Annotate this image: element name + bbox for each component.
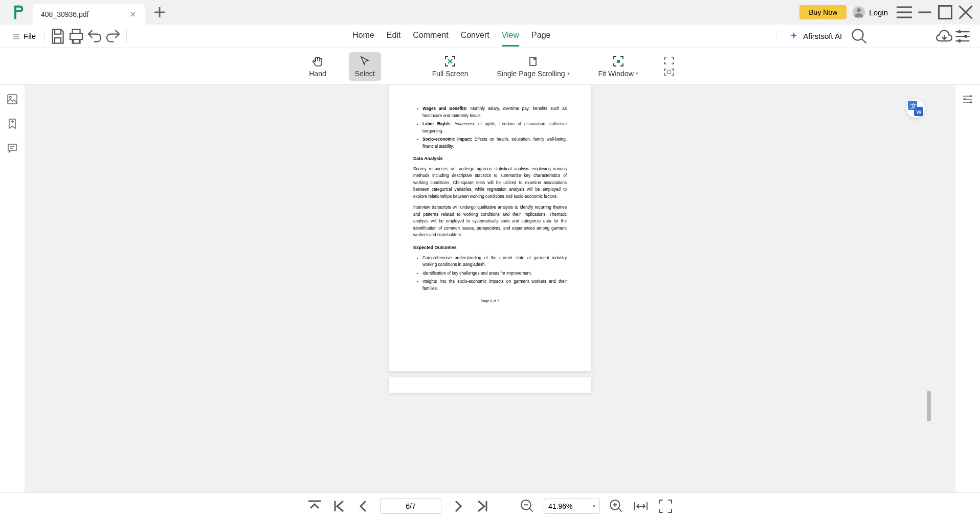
tab-convert[interactable]: Convert	[461, 26, 489, 47]
fullscreen-label: Full Screen	[432, 70, 469, 78]
comment-icon[interactable]	[6, 142, 18, 154]
file-menu[interactable]: File	[8, 32, 40, 40]
search-icon[interactable]	[850, 27, 868, 46]
svg-point-0	[857, 8, 861, 12]
fullscreen-tool[interactable]: Full Screen	[426, 52, 475, 81]
chevron-down-icon: ▾	[567, 71, 570, 76]
print-icon[interactable]	[67, 27, 85, 46]
cursor-icon	[359, 55, 371, 67]
sparkle-icon	[789, 31, 799, 41]
divider	[776, 30, 776, 42]
hand-label: Hand	[309, 70, 326, 78]
file-menu-label: File	[24, 32, 36, 40]
fit-width-icon[interactable]	[633, 498, 649, 514]
chevron-down-icon: ▾	[593, 503, 595, 509]
prev-page-icon[interactable]	[355, 498, 372, 514]
undo-icon[interactable]	[85, 27, 104, 46]
settings-icon[interactable]	[953, 27, 972, 46]
cloud-icon[interactable]	[935, 27, 953, 46]
zoom-out-icon[interactable]	[519, 498, 536, 514]
fit-page-icon[interactable]	[657, 498, 674, 514]
svg-rect-8	[8, 95, 17, 104]
last-page-icon[interactable]	[474, 498, 491, 514]
chevron-down-icon: ▾	[636, 71, 638, 76]
buy-now-button[interactable]: Buy Now	[799, 5, 847, 19]
ai-button[interactable]: Afirstsoft AI	[789, 31, 842, 41]
hand-tool[interactable]: Hand	[303, 52, 332, 81]
tab-title: 408_30936.pdf	[41, 10, 123, 18]
page-number-input[interactable]	[380, 499, 441, 514]
svg-point-3	[958, 30, 961, 33]
fullscreen-icon	[444, 55, 456, 67]
save-icon[interactable]	[49, 27, 67, 46]
menu-tabs: Home Edit Comment Convert View Page	[352, 26, 550, 47]
page-number-footer: Page 6 of 7	[413, 298, 567, 304]
expand-corner-icon[interactable]	[663, 56, 675, 65]
heading-expected-outcomes: Expected Outcomes	[413, 244, 567, 252]
view-mode-toggles	[661, 54, 677, 79]
svg-point-14	[970, 95, 972, 97]
single-page-icon	[527, 55, 539, 67]
vertical-scrollbar[interactable]	[926, 85, 931, 492]
tab-comment[interactable]: Comment	[413, 26, 448, 47]
tab-view[interactable]: View	[502, 26, 519, 47]
svg-rect-1	[939, 6, 952, 19]
thumbnails-icon[interactable]	[6, 93, 18, 105]
tab-home[interactable]: Home	[352, 26, 374, 47]
bookmark-icon[interactable]	[6, 118, 18, 130]
zoom-level-select[interactable]: 41.96% ▾	[544, 499, 600, 514]
redo-icon[interactable]	[104, 27, 122, 46]
zoom-value: 41.96%	[548, 502, 572, 510]
close-window-button[interactable]	[955, 2, 976, 22]
svg-point-4	[964, 35, 967, 38]
left-sidebar	[0, 85, 25, 492]
svg-point-16	[970, 101, 972, 103]
app-logo	[10, 4, 27, 20]
minimize-button[interactable]	[915, 2, 935, 22]
svg-point-9	[9, 96, 11, 98]
paragraph-1: Survey responses will undergo rigorous s…	[413, 166, 567, 200]
document-tab[interactable]: 408_30936.pdf	[33, 4, 145, 25]
ai-label: Afirstsoft AI	[803, 32, 842, 40]
svg-rect-7	[667, 71, 671, 74]
tab-close-icon[interactable]	[129, 10, 137, 18]
heading-data-analysis: Data Analysis	[413, 155, 567, 163]
fit-window-label: Fit Window ▾	[598, 70, 638, 78]
paragraph-2: Interview transcripts will undergo quali…	[413, 204, 567, 239]
title-bar: 408_30936.pdf Buy Now Login	[0, 0, 980, 25]
bullets-section-2: Comprehensive understanding of the curre…	[413, 255, 567, 292]
hand-icon	[311, 55, 324, 67]
pdf-next-page-preview	[389, 377, 591, 393]
login-button[interactable]: Login	[853, 6, 888, 18]
next-page-icon[interactable]	[450, 498, 466, 514]
hamburger-menu-icon[interactable]	[894, 2, 915, 22]
scrollbar-thumb[interactable]	[927, 391, 931, 421]
document-viewport[interactable]: Wages and Benefits: Monthly salary, over…	[25, 85, 955, 492]
single-page-tool[interactable]: Single Page Scrolling ▾	[491, 52, 575, 81]
new-tab-button[interactable]	[151, 4, 168, 20]
view-toolbar: Hand Select Full Screen Single Page Scro…	[0, 48, 980, 85]
scroll-top-icon[interactable]	[306, 498, 323, 514]
select-label: Select	[355, 70, 375, 78]
tab-edit[interactable]: Edit	[387, 26, 401, 47]
bottom-nav-bar: 41.96% ▾	[0, 492, 980, 519]
divider	[126, 30, 127, 42]
zoom-in-icon[interactable]	[608, 498, 625, 514]
login-label: Login	[869, 8, 888, 17]
single-page-label: Single Page Scrolling ▾	[497, 70, 569, 78]
panel-toggle-icon[interactable]	[962, 93, 974, 105]
divider	[44, 30, 44, 42]
expand-full-icon[interactable]	[663, 67, 675, 77]
svg-text:W: W	[917, 109, 922, 115]
bullets-section-1: Wages and Benefits: Monthly salary, over…	[413, 105, 567, 150]
select-tool[interactable]: Select	[349, 52, 381, 81]
first-page-icon[interactable]	[331, 498, 347, 514]
svg-point-15	[964, 98, 966, 100]
avatar-icon	[853, 6, 865, 18]
tab-page[interactable]: Page	[531, 26, 550, 47]
maximize-button[interactable]	[935, 2, 955, 22]
fit-window-tool[interactable]: Fit Window ▾	[592, 52, 644, 81]
pdf-page: Wages and Benefits: Monthly salary, over…	[389, 85, 591, 371]
translate-button[interactable]: 文W	[906, 99, 925, 118]
svg-text:文: 文	[910, 102, 917, 109]
